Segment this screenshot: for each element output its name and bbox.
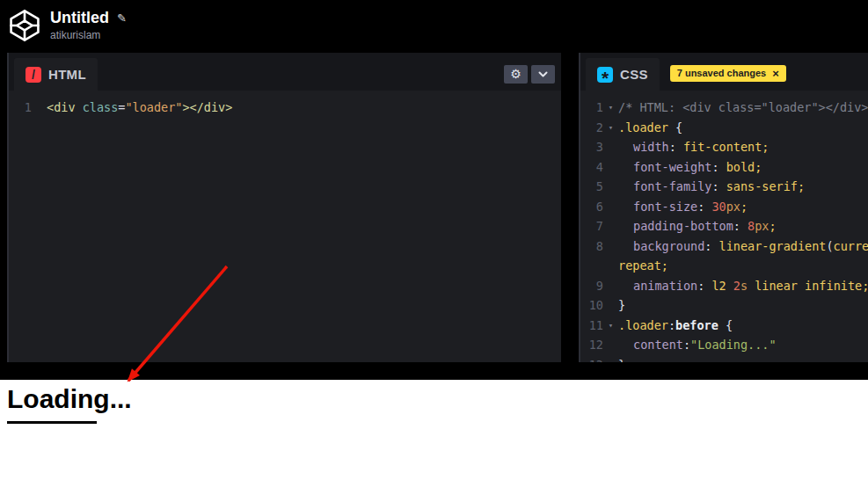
css-panel-header: * CSS 7 unsaved changes × <box>580 53 868 91</box>
code-line: 7padding-bottom: 8px; <box>580 216 868 236</box>
unsaved-changes-text: 7 unsaved changes <box>677 68 767 78</box>
fold-gutter <box>603 295 618 316</box>
code-text: content:"Loading..." <box>618 335 777 355</box>
code-text: /* HTML: <div class="loader"></div> <box>618 98 868 118</box>
code-line: 13} <box>580 355 868 363</box>
code-text: } <box>618 295 625 316</box>
editor-collapse-button[interactable] <box>531 65 555 84</box>
code-line: 10} <box>580 295 868 316</box>
code-line: 8background: linear-gradient(curre <box>580 236 868 257</box>
html-panel-buttons: ⚙ <box>504 65 561 84</box>
code-line: 6font-size: 30px; <box>580 197 868 217</box>
badge-close-icon[interactable]: × <box>772 69 779 78</box>
line-number: 11 <box>580 316 603 336</box>
code-line: 1▾/* HTML: <div class="loader"></div> <box>580 98 868 118</box>
editor-region: / HTML ⚙ 1<div class="loader"></div> <box>0 50 868 380</box>
editor-settings-button[interactable]: ⚙ <box>504 65 528 84</box>
line-number: 12 <box>580 335 603 355</box>
line-number: 3 <box>580 137 603 157</box>
codepen-logo-icon[interactable] <box>8 9 41 42</box>
fold-gutter <box>603 216 618 236</box>
line-number <box>580 256 603 276</box>
code-text: .loader:before { <box>618 316 733 336</box>
html-icon: / <box>26 67 41 83</box>
code-line: 9animation: l2 2s linear infinite; <box>580 276 868 296</box>
code-line: 11▾.loader:before { <box>580 316 868 336</box>
fold-gutter <box>603 157 618 178</box>
code-line: 3width: fit-content; <box>580 137 868 157</box>
code-line: 2▾.loader { <box>580 118 868 138</box>
fold-arrow-icon[interactable]: ▾ <box>603 98 618 118</box>
code-text: <div class="loader"></div> <box>47 98 232 118</box>
code-line: 5font-family: sans-serif; <box>580 177 868 197</box>
fold-gutter <box>603 256 618 276</box>
fold-arrow-icon[interactable]: ▾ <box>603 316 618 336</box>
fold-arrow-icon[interactable]: ▾ <box>603 118 618 138</box>
gear-icon: ⚙ <box>510 68 522 80</box>
fold-gutter <box>603 137 618 157</box>
code-text: width: fit-content; <box>618 137 769 157</box>
edit-title-pencil-icon[interactable]: ✎ <box>117 12 127 24</box>
line-number: 10 <box>580 295 603 316</box>
line-number: 13 <box>580 355 603 363</box>
fold-gutter <box>603 177 618 197</box>
code-text: font-weight: bold; <box>618 157 762 178</box>
css-panel: * CSS 7 unsaved changes × 1▾/* HTML: <di… <box>579 53 868 362</box>
css-tab-label: CSS <box>620 67 648 82</box>
html-code-editor[interactable]: 1<div class="loader"></div> <box>9 91 561 362</box>
code-text: background: linear-gradient(curre <box>618 236 868 257</box>
fold-gutter <box>603 276 618 296</box>
loader-progress-bar <box>7 421 97 424</box>
line-number: 2 <box>580 118 603 138</box>
pen-title[interactable]: Untitled <box>50 9 109 26</box>
code-text: padding-bottom: 8px; <box>618 216 777 236</box>
app-header: Untitled ✎ atikurislam <box>0 0 868 50</box>
live-preview: Loading... <box>0 380 868 502</box>
code-line: 1<div class="loader"></div> <box>9 98 561 118</box>
unsaved-changes-badge[interactable]: 7 unsaved changes × <box>670 65 786 82</box>
line-number: 1 <box>9 98 32 118</box>
line-number: 7 <box>580 216 603 236</box>
line-number: 6 <box>580 197 603 217</box>
css-icon: * <box>597 67 613 83</box>
code-text: repeat; <box>618 256 668 276</box>
fold-gutter <box>32 98 47 118</box>
chevron-down-icon <box>538 71 548 77</box>
code-text: .loader { <box>618 118 682 138</box>
html-panel: / HTML ⚙ 1<div class="loader"></div> <box>7 53 561 362</box>
line-number: 4 <box>580 157 603 178</box>
code-line: 4font-weight: bold; <box>580 157 868 178</box>
code-line: 12content:"Loading..." <box>580 335 868 355</box>
tab-css[interactable]: * CSS <box>586 58 660 91</box>
fold-gutter <box>603 236 618 257</box>
line-number: 1 <box>580 98 603 118</box>
html-panel-header: / HTML ⚙ <box>9 53 561 91</box>
pen-author: atikurislam <box>50 29 127 41</box>
html-tab-label: HTML <box>48 67 86 82</box>
fold-gutter <box>603 335 618 355</box>
code-line: repeat; <box>580 256 868 276</box>
loader-text: Loading... <box>7 384 132 414</box>
css-code-editor[interactable]: 1▾/* HTML: <div class="loader"></div>2▾.… <box>580 91 868 362</box>
line-number: 9 <box>580 276 603 296</box>
line-number: 5 <box>580 177 603 197</box>
fold-gutter <box>603 355 618 363</box>
code-text: font-size: 30px; <box>618 197 748 217</box>
line-number: 8 <box>580 236 603 257</box>
fold-gutter <box>603 197 618 217</box>
code-text: animation: l2 2s linear infinite; <box>618 276 868 296</box>
tab-html[interactable]: / HTML <box>14 58 98 91</box>
code-text: font-family: sans-serif; <box>618 177 805 197</box>
code-text: } <box>618 355 625 363</box>
pen-title-block: Untitled ✎ atikurislam <box>50 9 127 41</box>
